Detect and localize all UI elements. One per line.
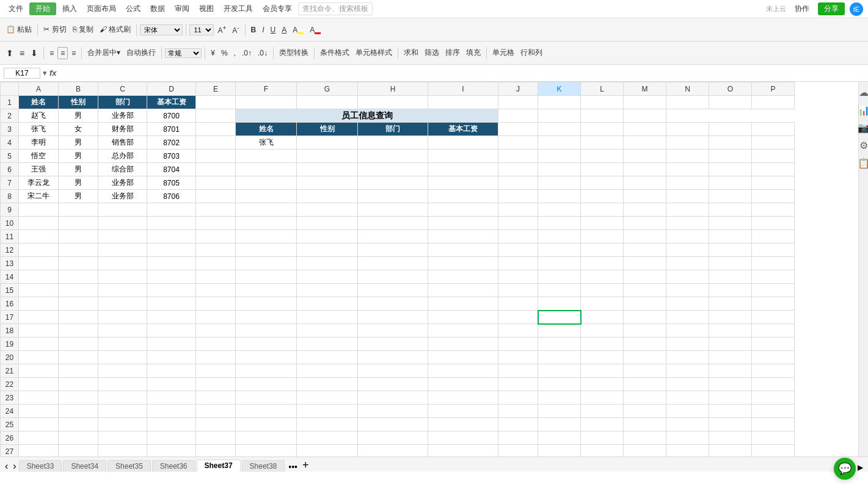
cell-p4[interactable]: [752, 136, 795, 150]
cell-c19[interactable]: [98, 337, 147, 351]
col-header-d[interactable]: D: [147, 82, 196, 96]
cell-c6[interactable]: 综合部: [98, 163, 147, 176]
cell-reference[interactable]: [4, 68, 40, 79]
cell-o6[interactable]: [709, 163, 752, 176]
cell-h25[interactable]: [358, 418, 428, 431]
cell-e16[interactable]: [196, 297, 236, 311]
cell-n1[interactable]: [666, 96, 709, 109]
cell-p18[interactable]: [752, 324, 795, 337]
cell-h18[interactable]: [358, 324, 428, 337]
cell-d8[interactable]: 8706: [147, 190, 196, 203]
cell-m4[interactable]: [624, 136, 666, 150]
cell-c1[interactable]: 部门: [98, 96, 147, 109]
cell-k23[interactable]: [538, 391, 581, 405]
cell-p2[interactable]: [624, 109, 666, 123]
cell-o19[interactable]: [709, 337, 752, 351]
cell-g24[interactable]: [297, 405, 358, 418]
cell-i27[interactable]: [428, 445, 498, 457]
cell-c10[interactable]: [98, 217, 147, 230]
cut-button[interactable]: ✂ 剪切: [41, 23, 68, 36]
cell-b18[interactable]: [59, 324, 98, 337]
cell-n9[interactable]: [666, 203, 709, 217]
cell-g20[interactable]: [297, 351, 358, 364]
cell-i14[interactable]: [428, 270, 498, 284]
cell-d12[interactable]: [147, 244, 196, 257]
cell-j7[interactable]: [498, 176, 538, 190]
cell-k16[interactable]: [538, 297, 581, 311]
cell-o7[interactable]: [709, 176, 752, 190]
cell-c5[interactable]: 总办部: [98, 150, 147, 163]
cell-k13[interactable]: [538, 257, 581, 270]
cell-g23[interactable]: [297, 391, 358, 405]
row-header-21[interactable]: 21: [1, 364, 19, 378]
cell-l24[interactable]: [581, 405, 624, 418]
cell-n12[interactable]: [666, 244, 709, 257]
cell-b1[interactable]: 性别: [59, 96, 98, 109]
cell-l11[interactable]: [581, 230, 624, 244]
cell-l14[interactable]: [581, 270, 624, 284]
cell-a7[interactable]: 李云龙: [19, 176, 59, 190]
cell-p8[interactable]: [752, 190, 795, 203]
cell-k3[interactable]: [538, 123, 581, 136]
row-header-13[interactable]: 13: [1, 257, 19, 270]
cell-b23[interactable]: [59, 391, 98, 405]
cell-e27[interactable]: [196, 445, 236, 457]
cell-a8[interactable]: 宋二牛: [19, 190, 59, 203]
cell-m8[interactable]: [624, 190, 666, 203]
cell-k8[interactable]: [538, 190, 581, 203]
cell-f5[interactable]: [236, 150, 297, 163]
fx-icon[interactable]: fx: [49, 68, 57, 78]
cell-c16[interactable]: [98, 297, 147, 311]
cell-i19[interactable]: [428, 337, 498, 351]
cell-n7[interactable]: [666, 176, 709, 190]
cell-l8[interactable]: [581, 190, 624, 203]
row-header-5[interactable]: 5: [1, 150, 19, 163]
cell-b14[interactable]: [59, 270, 98, 284]
cell-a27[interactable]: [19, 445, 59, 457]
cell-p20[interactable]: [752, 351, 795, 364]
cell-b26[interactable]: [59, 431, 98, 445]
cell-j9[interactable]: [498, 203, 538, 217]
fill-color-button[interactable]: A: [290, 24, 306, 35]
cell-o12[interactable]: [709, 244, 752, 257]
row-header-1[interactable]: 1: [1, 96, 19, 109]
cell-j6[interactable]: [498, 163, 538, 176]
cell-p6[interactable]: [752, 163, 795, 176]
cell-e18[interactable]: [196, 324, 236, 337]
cell-o2[interactable]: [581, 109, 624, 123]
cell-o5[interactable]: [709, 150, 752, 163]
paste-button[interactable]: 📋 粘贴: [4, 23, 34, 36]
cell-f23[interactable]: [236, 391, 297, 405]
more-sheets-button[interactable]: •••: [286, 462, 300, 472]
cell-p26[interactable]: [752, 431, 795, 445]
cell-o18[interactable]: [709, 324, 752, 337]
cell-g26[interactable]: [297, 431, 358, 445]
cell-h20[interactable]: [358, 351, 428, 364]
cell-i20[interactable]: [428, 351, 498, 364]
cell-h15[interactable]: [358, 284, 428, 297]
cell-e20[interactable]: [196, 351, 236, 364]
cell-f9[interactable]: [236, 203, 297, 217]
cell-k18[interactable]: [538, 324, 581, 337]
cell-j8[interactable]: [498, 190, 538, 203]
cell-m3[interactable]: [624, 123, 666, 136]
sidebar-icon-4[interactable]: ⚙: [859, 140, 868, 151]
cell-h17[interactable]: [358, 311, 428, 324]
cell-i26[interactable]: [428, 431, 498, 445]
cell-c3[interactable]: 财务部: [98, 123, 147, 136]
cell-h4[interactable]: [358, 136, 428, 150]
row-header-3[interactable]: 3: [1, 123, 19, 136]
cell-d22[interactable]: [147, 378, 196, 391]
cell-n19[interactable]: [666, 337, 709, 351]
cell-k5[interactable]: [538, 150, 581, 163]
sidebar-icon-5[interactable]: 📋: [858, 157, 869, 169]
cell-a19[interactable]: [19, 337, 59, 351]
cell-n20[interactable]: [666, 351, 709, 364]
cell-o8[interactable]: [709, 190, 752, 203]
cell-a3[interactable]: 张飞: [19, 123, 59, 136]
cell-l15[interactable]: [581, 284, 624, 297]
sheet-tab-35[interactable]: Sheet35: [108, 460, 151, 472]
cell-n18[interactable]: [666, 324, 709, 337]
align-middle-button[interactable]: ≡: [17, 47, 27, 59]
cell-i25[interactable]: [428, 418, 498, 431]
